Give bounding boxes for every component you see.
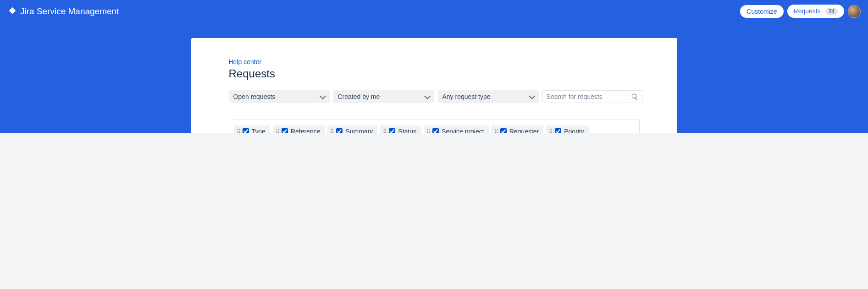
column-chip-reference[interactable]: ⠿Reference [273, 125, 325, 133]
column-chip-label: Requester [509, 128, 539, 133]
column-checkbox[interactable] [500, 128, 507, 133]
drag-handle-icon[interactable]: ⠿ [494, 129, 498, 133]
requests-button[interactable]: Requests 34 [787, 5, 844, 18]
column-checkbox[interactable] [432, 128, 439, 133]
column-chip-summary[interactable]: ⠿Summary [327, 125, 377, 133]
brand-label: Jira Service Management [20, 6, 119, 16]
column-chip-service-project[interactable]: ⠿Service project [424, 125, 489, 133]
search-icon [631, 93, 638, 100]
column-chip-label: Reference [291, 128, 321, 133]
chevron-down-icon [424, 93, 430, 99]
drag-handle-icon[interactable]: ⠿ [383, 129, 386, 133]
column-chip-label: Priority [564, 128, 584, 133]
filter-type-label: Any request type [442, 93, 491, 100]
customize-label: Customize [746, 8, 777, 15]
requests-count-badge: 34 [825, 8, 838, 15]
column-checkbox[interactable] [282, 128, 288, 133]
column-checkbox[interactable] [389, 128, 395, 133]
requests-label: Requests [794, 7, 821, 15]
column-checkbox[interactable] [336, 128, 343, 133]
column-chip-label: Status [398, 128, 416, 133]
column-chip-label: Service project [442, 128, 484, 133]
filter-creator-select[interactable]: Created by me [333, 90, 434, 103]
jira-logo-icon [7, 6, 17, 16]
search-container [542, 90, 642, 103]
drag-handle-icon[interactable]: ⠿ [549, 129, 552, 133]
customize-button[interactable]: Customize [740, 5, 783, 18]
search-input[interactable] [547, 93, 631, 100]
column-chip-label: Summary [345, 128, 373, 133]
column-checkbox[interactable] [555, 128, 561, 133]
drag-handle-icon[interactable]: ⠿ [276, 129, 279, 133]
breadcrumb[interactable]: Help center [229, 58, 262, 65]
column-chip-priority[interactable]: ⠿Priority [546, 125, 589, 133]
column-checkbox[interactable] [243, 128, 249, 133]
column-chip-label: Type [252, 128, 265, 133]
column-chip-requester[interactable]: ⠿Requester [492, 125, 544, 133]
filter-status-select[interactable]: Open requests [229, 90, 330, 103]
filter-status-label: Open requests [233, 93, 276, 100]
chevron-down-icon [528, 93, 535, 99]
drag-handle-icon[interactable]: ⠿ [426, 129, 430, 133]
column-config-panel: ⠿Type⠿Reference⠿Summary⠿Status⠿Service p… [229, 120, 640, 133]
drag-handle-icon[interactable]: ⠿ [330, 129, 333, 133]
brand: Jira Service Management [7, 6, 119, 16]
main-card: Help center Requests Open requests Creat… [191, 38, 677, 133]
page-title: Requests [229, 67, 640, 80]
filter-type-select[interactable]: Any request type [438, 90, 539, 103]
filter-creator-label: Created by me [338, 93, 380, 100]
avatar[interactable] [848, 5, 861, 18]
column-chip-status[interactable]: ⠿Status [380, 125, 421, 133]
column-chip-type[interactable]: ⠿Type [234, 125, 270, 133]
drag-handle-icon[interactable]: ⠿ [237, 129, 240, 133]
chevron-down-icon [319, 93, 326, 99]
